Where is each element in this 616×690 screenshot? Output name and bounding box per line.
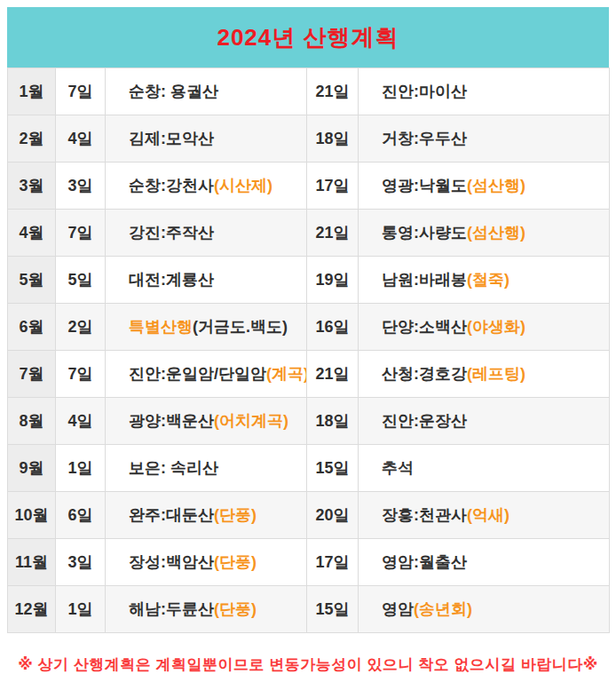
destination-text: 산청:경호강 [382, 365, 467, 383]
second-destination-cell: 영광:낙월도(섬산행) [359, 163, 610, 210]
second-day-cell: 16일 [307, 304, 359, 351]
month-cell: 4월 [8, 210, 56, 257]
first-day-cell: 2일 [56, 304, 106, 351]
second-day-cell: 20일 [307, 492, 359, 539]
second-day-cell: 21일 [307, 351, 359, 398]
title-banner: 2024년 산행계획 [7, 7, 609, 67]
first-day-cell: 3일 [56, 163, 106, 210]
month-cell: 5월 [8, 257, 56, 304]
destination-text: 장흥:천관사 [382, 506, 467, 524]
table-row: 7월 7일 진안:운일암/단일암(계곡) 21일 산청:경호강(레프팅) [8, 351, 610, 398]
destination-text: 진안:마이산 [382, 83, 467, 100]
table-row: 8월 4일 광양:백운산(어치계곡) 18일 진안:운장산 [8, 398, 610, 445]
first-destination-cell: 순창: 용궐산 [106, 68, 307, 115]
first-destination-cell: 대전:계룡산 [106, 257, 307, 304]
second-destination-cell: 거창:우두산 [359, 115, 610, 163]
second-day-cell: 21일 [307, 68, 359, 115]
first-destination-cell: 순창:강천사(시산제) [106, 163, 307, 210]
destination-accent-text: (계곡) [266, 365, 307, 383]
destination-accent-text: (섬산행) [467, 224, 525, 242]
destination-accent-text: (시산제) [214, 177, 272, 194]
first-day-cell: 1일 [56, 586, 106, 633]
first-destination-cell: 해남:두륜산(단풍) [106, 586, 307, 633]
first-day-cell: 5일 [56, 257, 106, 304]
second-destination-cell: 장흥:천관사(억새) [359, 492, 610, 539]
destination-text: 남원:바래봉 [382, 271, 467, 289]
destination-text: 영암 [382, 600, 414, 618]
first-destination-cell: 장성:백암산(단풍) [106, 539, 307, 586]
destination-accent-text: (야생화) [467, 318, 525, 336]
destination-text: 해남:두륜산 [129, 600, 214, 618]
destination-accent-text: (섬산행) [467, 177, 525, 194]
second-destination-cell: 추석 [359, 445, 610, 492]
first-day-cell: 7일 [56, 68, 106, 115]
first-day-cell: 6일 [56, 492, 106, 539]
destination-accent-text: (억새) [467, 506, 509, 524]
destination-text: 순창:강천사 [129, 177, 214, 194]
table-row: 5월 5일 대전:계룡산 19일 남원:바래봉(철죽) [8, 257, 610, 304]
first-day-cell: 7일 [56, 351, 106, 398]
second-destination-cell: 진안:마이산 [359, 68, 610, 115]
destination-text: 단양:소백산 [382, 318, 467, 336]
table-row: 11월 3일 장성:백암산(단풍) 17일 영암:월출산 [8, 539, 610, 586]
first-day-cell: 4일 [56, 115, 106, 163]
destination-text: 순창: 용궐산 [129, 83, 218, 100]
first-destination-cell: 보은: 속리산 [106, 445, 307, 492]
month-cell: 8월 [8, 398, 56, 445]
table-row: 10월 6일 완주:대둔산(단풍) 20일 장흥:천관사(억새) [8, 492, 610, 539]
table-row: 3월 3일 순창:강천사(시산제) 17일 영광:낙월도(섬산행) [8, 163, 610, 210]
destination-accent-text: 특별산행 [129, 318, 193, 336]
destination-post-text: (거금도.백도) [193, 318, 288, 336]
second-day-cell: 15일 [307, 445, 359, 492]
hiking-schedule-page: 2024년 산행계획 1월 7일 순창: 용궐산 21일 진안:마이산 2월 4… [0, 0, 616, 675]
second-destination-cell: 영암(송년회) [359, 586, 610, 633]
destination-text: 강진:주작산 [129, 224, 214, 242]
second-day-cell: 21일 [307, 210, 359, 257]
second-day-cell: 17일 [307, 163, 359, 210]
destination-text: 영광:낙월도 [382, 177, 467, 194]
first-destination-cell: 강진:주작산 [106, 210, 307, 257]
second-day-cell: 17일 [307, 539, 359, 586]
destination-accent-text: (단풍) [214, 600, 257, 618]
month-cell: 2월 [8, 115, 56, 163]
destination-text: 거창:우두산 [382, 130, 467, 147]
destination-accent-text: (단풍) [214, 553, 257, 571]
destination-text: 진안:운장산 [382, 412, 467, 430]
first-destination-cell: 완주:대둔산(단풍) [106, 492, 307, 539]
second-destination-cell: 산청:경호강(레프팅) [359, 351, 610, 398]
second-day-cell: 15일 [307, 586, 359, 633]
destination-text: 김제:모악산 [129, 130, 214, 147]
first-destination-cell: 김제:모악산 [106, 115, 307, 163]
destination-text: 광양:백운산 [129, 412, 214, 430]
first-day-cell: 4일 [56, 398, 106, 445]
second-destination-cell: 남원:바래봉(철죽) [359, 257, 610, 304]
destination-text: 보은: 속리산 [129, 459, 218, 477]
first-destination-cell: 진안:운일암/단일암(계곡) [106, 351, 307, 398]
table-row: 12월 1일 해남:두륜산(단풍) 15일 영암(송년회) [8, 586, 610, 633]
first-destination-cell: 광양:백운산(어치계곡) [106, 398, 307, 445]
second-destination-cell: 영암:월출산 [359, 539, 610, 586]
month-cell: 3월 [8, 163, 56, 210]
destination-text: 통영:사량도 [382, 224, 467, 242]
second-day-cell: 18일 [307, 398, 359, 445]
schedule-table-body: 1월 7일 순창: 용궐산 21일 진안:마이산 2월 4일 김제:모악산 18… [8, 68, 610, 633]
table-row: 4월 7일 강진:주작산 21일 통영:사량도(섬산행) [8, 210, 610, 257]
destination-text: 영암:월출산 [382, 553, 467, 571]
destination-text: 완주:대둔산 [129, 506, 214, 524]
schedule-table: 1월 7일 순창: 용궐산 21일 진안:마이산 2월 4일 김제:모악산 18… [7, 67, 610, 633]
month-cell: 9월 [8, 445, 56, 492]
month-cell: 11월 [8, 539, 56, 586]
destination-text: 장성:백암산 [129, 553, 214, 571]
month-cell: 10월 [8, 492, 56, 539]
destination-accent-text: (어치계곡) [214, 412, 288, 430]
first-day-cell: 3일 [56, 539, 106, 586]
second-day-cell: 18일 [307, 115, 359, 163]
destination-text: 추석 [382, 459, 414, 477]
table-row: 2월 4일 김제:모악산 18일 거창:우두산 [8, 115, 610, 163]
month-cell: 12월 [8, 586, 56, 633]
destination-accent-text: (철죽) [467, 271, 509, 289]
month-cell: 7월 [8, 351, 56, 398]
table-row: 1월 7일 순창: 용궐산 21일 진안:마이산 [8, 68, 610, 115]
first-day-cell: 7일 [56, 210, 106, 257]
destination-accent-text: (단풍) [214, 506, 257, 524]
